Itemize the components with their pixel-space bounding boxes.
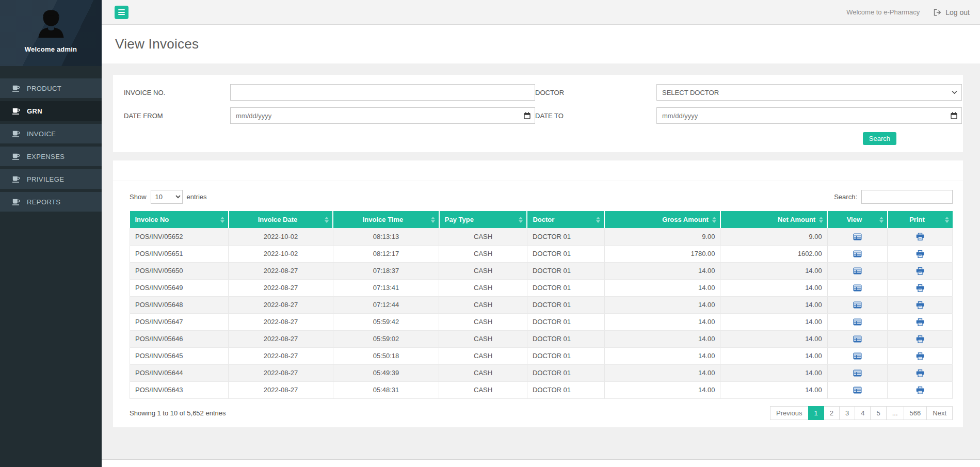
cell-invoice-date: 2022-08-27: [229, 296, 333, 313]
column-header-invoice-no[interactable]: Invoice No: [130, 211, 229, 228]
pagination-page-5[interactable]: 5: [870, 406, 886, 420]
invoice-view-icon[interactable]: [853, 233, 862, 240]
table-row: POS/INV/056432022-08-2705:48:31CASHDOCTO…: [130, 381, 953, 398]
printer-icon[interactable]: [916, 233, 924, 240]
date-from-input[interactable]: [230, 107, 535, 124]
sidebar-item-label: PRODUCT: [27, 85, 61, 92]
cell-view: [827, 313, 887, 330]
sort-arrows-icon: [879, 217, 883, 223]
invoice-view-icon[interactable]: [853, 335, 862, 343]
sort-arrows-icon: [596, 217, 600, 223]
sidebar-item-privilege[interactable]: PRIVILEGE: [0, 169, 102, 189]
pagination: Previous12345...566Next: [770, 406, 953, 420]
pagination-page-2[interactable]: 2: [824, 406, 840, 420]
footer: [102, 459, 980, 467]
column-header-gross-amount[interactable]: Gross Amount: [604, 211, 720, 228]
printer-icon[interactable]: [916, 250, 924, 258]
invoice-view-icon[interactable]: [853, 301, 862, 309]
cell-gross-amount: 1780.00: [604, 245, 720, 262]
logout-link[interactable]: Log out: [934, 8, 970, 17]
table-row: POS/INV/056512022-10-0208:12:17CASHDOCTO…: [130, 245, 953, 262]
date-from-label: DATE FROM: [124, 112, 230, 120]
cell-view: [827, 330, 887, 347]
date-to-input[interactable]: [656, 107, 962, 124]
table-search-control: Search:: [834, 190, 953, 204]
cell-invoice-time: 05:49:39: [333, 364, 439, 381]
sidebar-item-product[interactable]: PRODUCT: [0, 78, 102, 98]
printer-icon[interactable]: [916, 267, 924, 275]
doctor-select[interactable]: SELECT DOCTOR: [656, 84, 962, 101]
table-row: POS/INV/056442022-08-2705:49:39CASHDOCTO…: [130, 364, 953, 381]
cell-invoice-date: 2022-10-02: [229, 245, 333, 262]
invoice-view-icon[interactable]: [853, 387, 862, 394]
cell-gross-amount: 14.00: [604, 364, 720, 381]
app-root: Welcome admin PRODUCTGRNINVOICEEXPENSESP…: [0, 0, 980, 467]
printer-icon[interactable]: [916, 352, 924, 360]
invoice-view-icon[interactable]: [853, 284, 862, 292]
column-header-label: Invoice Time: [363, 216, 404, 223]
invoice-view-icon[interactable]: [853, 369, 862, 377]
printer-icon[interactable]: [916, 387, 924, 394]
pagination-info: Showing 1 to 10 of 5,652 entries: [130, 409, 226, 417]
cell-pay-type: CASH: [439, 262, 527, 279]
column-header-print[interactable]: Print: [888, 211, 953, 228]
invoice-no-input[interactable]: [230, 84, 535, 101]
cell-print: [888, 313, 953, 330]
cell-invoice-date: 2022-08-27: [229, 313, 333, 330]
sort-arrows-icon: [220, 217, 224, 223]
invoice-view-icon[interactable]: [853, 267, 862, 275]
cell-net-amount: 14.00: [720, 364, 827, 381]
invoice-view-icon[interactable]: [853, 318, 862, 326]
cell-print: [888, 279, 953, 296]
table-row: POS/INV/056452022-08-2705:50:18CASHDOCTO…: [130, 347, 953, 364]
sidebar-item-expenses[interactable]: EXPENSES: [0, 147, 102, 166]
entries-per-page-select[interactable]: 10: [151, 190, 183, 204]
cell-invoice-time: 08:12:17: [333, 245, 439, 262]
cell-doctor: DOCTOR 01: [527, 245, 604, 262]
sidebar-item-invoice[interactable]: INVOICE: [0, 124, 102, 143]
table-row: POS/INV/056482022-08-2707:12:44CASHDOCTO…: [130, 296, 953, 313]
sort-arrows-icon: [431, 217, 435, 223]
cell-invoice-date: 2022-08-27: [229, 381, 333, 398]
table-search-input[interactable]: [861, 190, 953, 204]
printer-icon[interactable]: [916, 335, 924, 343]
sidebar-menu: PRODUCTGRNINVOICEEXPENSESPRIVILEGEREPORT…: [0, 78, 102, 212]
cell-net-amount: 9.00: [720, 228, 827, 245]
invoice-view-icon[interactable]: [853, 250, 862, 257]
column-header-invoice-date[interactable]: Invoice Date: [229, 211, 333, 228]
pagination-page-3[interactable]: 3: [839, 406, 855, 420]
cell-invoice-no: POS/INV/05651: [130, 245, 229, 262]
cell-gross-amount: 14.00: [604, 262, 720, 279]
sort-arrows-icon: [325, 217, 329, 223]
pagination-previous-button[interactable]: Previous: [770, 406, 809, 420]
sidebar-toggle-button[interactable]: [115, 6, 128, 19]
pagination-ellipsis: ...: [886, 406, 904, 420]
table-panel-header: [113, 160, 963, 181]
pagination-next-button[interactable]: Next: [926, 406, 953, 420]
doctor-label: DOCTOR: [535, 89, 656, 96]
printer-icon[interactable]: [916, 301, 924, 309]
cell-pay-type: CASH: [439, 279, 527, 296]
column-header-doctor[interactable]: Doctor: [527, 211, 604, 228]
cell-doctor: DOCTOR 01: [527, 347, 604, 364]
cell-doctor: DOCTOR 01: [527, 279, 604, 296]
pagination-page-4[interactable]: 4: [855, 406, 871, 420]
pagination-page-566[interactable]: 566: [904, 406, 927, 420]
sidebar-item-grn[interactable]: GRN: [0, 101, 102, 121]
invoice-view-icon[interactable]: [853, 352, 862, 360]
column-header-pay-type[interactable]: Pay Type: [439, 211, 527, 228]
table-search-label: Search:: [834, 193, 857, 201]
coffee-icon: [12, 85, 20, 92]
printer-icon[interactable]: [916, 284, 924, 292]
cell-invoice-time: 07:13:41: [333, 279, 439, 296]
pagination-page-1[interactable]: 1: [808, 406, 824, 420]
column-header-net-amount[interactable]: Net Amount: [720, 211, 827, 228]
printer-icon[interactable]: [916, 318, 924, 326]
sidebar-item-reports[interactable]: REPORTS: [0, 192, 102, 212]
column-header-view[interactable]: View: [827, 211, 887, 228]
printer-icon[interactable]: [916, 369, 924, 377]
filter-panel: INVOICE NO. DOCTOR SELECT DOCTOR DATE FR…: [113, 75, 963, 152]
search-button[interactable]: Search: [863, 132, 896, 145]
coffee-icon: [12, 108, 20, 115]
column-header-invoice-time[interactable]: Invoice Time: [333, 211, 439, 228]
